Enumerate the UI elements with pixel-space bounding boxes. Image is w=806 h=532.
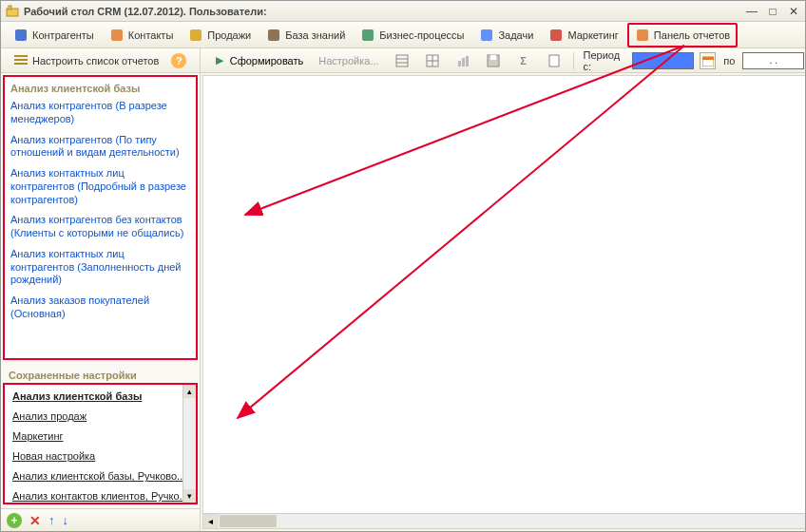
left-toolbar: Настроить список отчетов ? [1, 48, 200, 73]
saved-panel-wrap: Сохраненные настройки Анализ клиентской … [3, 366, 198, 504]
saved-setting-item[interactable]: Маркетинг [5, 427, 196, 446]
svg-rect-9 [637, 29, 648, 41]
svg-rect-24 [549, 55, 559, 66]
toolbar-separator [573, 52, 574, 69]
menu-bp-button[interactable]: Бизнес-процессы [354, 24, 470, 47]
saved-settings-title: Сохраненные настройки [3, 366, 198, 383]
doc-icon [547, 53, 562, 68]
reports-panel: Анализ клиентской базы Анализ контрагент… [3, 75, 198, 360]
menu-bp-label: Бизнес-процессы [379, 29, 464, 41]
marketing-icon [548, 28, 564, 43]
svg-rect-10 [14, 55, 28, 57]
menu-contractors-label: Контрагенты [32, 29, 94, 41]
menu-marketing-button[interactable]: Маркетинг [542, 24, 624, 47]
contractors-icon [13, 28, 29, 43]
saved-setting-item[interactable]: Анализ клиентской базы [5, 387, 196, 407]
report-link[interactable]: Анализ контактных лиц контрагентов (Подр… [10, 167, 190, 206]
move-down-button[interactable]: ↓ [63, 513, 69, 527]
menu-kb-button[interactable]: База знаний [259, 24, 352, 47]
report-link[interactable]: Анализ контактных лиц контрагентов (Запо… [10, 248, 190, 287]
sigma-icon: Σ [516, 53, 531, 68]
reports-section-title: Анализ клиентской базы [10, 83, 190, 94]
report-link[interactable]: Анализ контрагентов без контактов (Клиен… [10, 214, 190, 240]
tool-btn-5[interactable]: Σ [510, 50, 537, 71]
tasks-icon [479, 28, 494, 43]
run-button[interactable]: ▶ Сформировать [206, 50, 310, 71]
tool-btn-6[interactable] [541, 50, 567, 71]
menu-tasks-button[interactable]: Задачи [472, 24, 540, 47]
save-icon [486, 53, 501, 68]
svg-rect-13 [396, 55, 408, 66]
menu-kb-label: База знаний [285, 29, 345, 41]
tool-btn-3[interactable] [450, 50, 476, 71]
saved-setting-item[interactable]: Новая настройка [5, 446, 196, 466]
svg-rect-12 [14, 63, 28, 65]
svg-rect-1 [9, 6, 11, 10]
scroll-up-icon[interactable]: ▴ [183, 385, 196, 398]
minimize-button[interactable]: — [744, 5, 759, 18]
report-link[interactable]: Анализ заказов покупателей (Основная) [10, 294, 190, 321]
svg-rect-2 [15, 29, 27, 41]
settings-button[interactable]: Настройка... [313, 52, 384, 69]
date-to-field[interactable]: . . [742, 52, 804, 69]
report-link[interactable]: Анализ контрагентов (В разрезе менеджеро… [10, 100, 190, 126]
scroll-left-icon[interactable]: ◂ [203, 514, 219, 528]
kb-icon [266, 28, 281, 43]
date-from-field[interactable] [632, 52, 694, 69]
menu-contacts-button[interactable]: Контакты [103, 24, 181, 47]
saved-setting-item[interactable]: Анализ продаж [5, 407, 196, 427]
report-content-area: ▴ ▾ ◂ ▸ [202, 75, 805, 529]
tool-btn-4[interactable] [480, 50, 507, 71]
report-toolbar: ▶ Сформировать Настройка... Σ Период с: … [201, 48, 805, 73]
tool-btn-2[interactable] [419, 50, 446, 71]
app-icon [5, 4, 20, 19]
window-controls: — □ ✕ [744, 5, 801, 18]
svg-rect-4 [190, 29, 202, 41]
menu-sales-button[interactable]: Продажи [182, 24, 258, 47]
menu-sales-label: Продажи [207, 29, 251, 41]
list-icon [13, 53, 29, 68]
saved-scrollbar[interactable]: ▴ ▾ [182, 385, 196, 503]
bp-icon [360, 28, 375, 43]
reports-list: Анализ контрагентов (В разрезе менеджеро… [10, 100, 190, 321]
left-pane: Настроить список отчетов ? Анализ клиент… [1, 48, 201, 531]
close-button[interactable]: ✕ [786, 5, 801, 18]
chart-icon [455, 53, 470, 68]
configure-reports-button[interactable]: Настроить список отчетов [7, 49, 165, 72]
tool-btn-1[interactable] [389, 50, 415, 71]
po-label: по [723, 55, 735, 66]
reports-icon [635, 28, 650, 43]
saved-setting-item[interactable]: Анализ клиентской базы, Ручково... [5, 466, 196, 486]
svg-rect-23 [490, 55, 496, 60]
svg-rect-5 [268, 29, 279, 41]
svg-rect-21 [466, 56, 469, 66]
svg-rect-3 [111, 29, 123, 41]
menu-reports-button[interactable]: Панель отчетов [627, 23, 738, 48]
delete-button[interactable]: ✕ [29, 513, 41, 528]
add-button[interactable]: + [7, 513, 22, 528]
calendar-from-icon[interactable] [700, 52, 716, 69]
menu-reports-label: Панель отчетов [654, 29, 730, 41]
body-area: Настроить список отчетов ? Анализ клиент… [1, 48, 805, 531]
menu-tasks-label: Задачи [498, 29, 533, 41]
maximize-button[interactable]: □ [765, 5, 780, 18]
move-up-button[interactable]: ↑ [48, 513, 55, 527]
report-link[interactable]: Анализ контрагентов (По типу отношений и… [10, 134, 190, 161]
titlebar: Рабочий стол CRM (12.07.2012). Пользоват… [1, 1, 805, 22]
svg-rect-6 [362, 29, 374, 41]
menu-contractors-button[interactable]: Контрагенты [7, 24, 101, 47]
play-icon: ▶ [212, 53, 227, 68]
configure-reports-label: Настроить список отчетов [32, 55, 159, 66]
sales-icon [188, 28, 203, 43]
scroll-down-icon[interactable]: ▾ [183, 489, 196, 503]
svg-rect-7 [481, 29, 492, 41]
horizontal-scrollbar[interactable]: ◂ ▸ [203, 513, 805, 528]
window-frame: Рабочий стол CRM (12.07.2012). Пользоват… [0, 0, 806, 532]
svg-rect-20 [462, 58, 465, 66]
saved-settings-list: Анализ клиентской базыАнализ продажМарке… [5, 385, 196, 504]
main-toolbar: КонтрагентыКонтактыПродажиБаза знанийБиз… [1, 22, 805, 48]
grid-icon [394, 53, 410, 68]
help-icon[interactable]: ? [171, 53, 186, 68]
scroll-thumb-h[interactable] [220, 515, 277, 527]
saved-setting-item[interactable]: Анализ контактов клиентов, Ручко... [5, 486, 196, 504]
